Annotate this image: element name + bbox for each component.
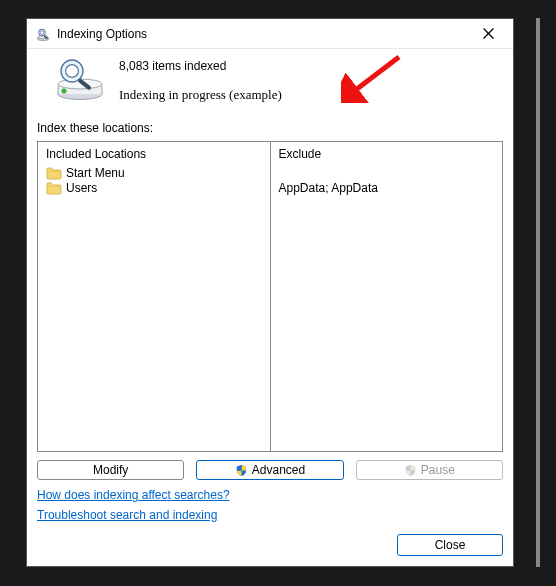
window-edge-decoration — [536, 18, 540, 567]
index-locations-label: Index these locations: — [37, 121, 503, 135]
svg-point-11 — [66, 65, 79, 78]
drive-magnifier-icon — [37, 55, 119, 103]
indexing-icon — [35, 26, 51, 42]
included-locations-header: Included Locations — [46, 147, 262, 161]
close-button[interactable]: Close — [397, 534, 503, 556]
location-name: Start Menu — [66, 166, 125, 180]
close-button-label: Close — [435, 538, 466, 552]
list-item[interactable]: Start Menu — [46, 166, 262, 181]
status-text: 8,083 items indexed Indexing in progress… — [119, 55, 503, 103]
pause-button-label: Pause — [421, 463, 455, 477]
window-title: Indexing Options — [57, 27, 471, 41]
close-icon — [483, 28, 494, 39]
indexing-options-dialog: Indexing Options 8,083 — [26, 18, 514, 567]
list-item[interactable]: Users — [46, 181, 262, 196]
help-links: How does indexing affect searches? Troub… — [37, 488, 503, 528]
action-buttons: Modify Advanced Pause — [37, 460, 503, 480]
list-item[interactable]: AppData; AppData — [279, 181, 495, 196]
folder-icon — [46, 181, 62, 195]
indexing-progress-label: Indexing in progress (example) — [119, 87, 503, 103]
included-locations-column: Included Locations Start Menu Users — [38, 142, 270, 451]
location-name: Users — [66, 181, 97, 195]
status-area: 8,083 items indexed Indexing in progress… — [37, 55, 503, 103]
uac-shield-icon — [404, 464, 417, 477]
help-link-affect-searches[interactable]: How does indexing affect searches? — [37, 488, 230, 502]
exclude-header: Exclude — [279, 147, 495, 161]
dialog-footer: Close — [37, 534, 503, 556]
modify-button-label: Modify — [93, 463, 128, 477]
folder-icon — [46, 166, 62, 180]
pause-button: Pause — [356, 460, 503, 480]
window-close-button[interactable] — [471, 20, 505, 48]
uac-shield-icon — [235, 464, 248, 477]
locations-listview[interactable]: Included Locations Start Menu Users Excl… — [37, 141, 503, 452]
dialog-content: 8,083 items indexed Indexing in progress… — [27, 49, 513, 566]
help-link-troubleshoot[interactable]: Troubleshoot search and indexing — [37, 508, 217, 522]
advanced-button-label: Advanced — [252, 463, 305, 477]
exclude-column: Exclude AppData; AppData — [270, 142, 503, 451]
items-indexed-count: 8,083 items indexed — [119, 59, 503, 73]
modify-button[interactable]: Modify — [37, 460, 184, 480]
titlebar: Indexing Options — [27, 19, 513, 49]
list-item[interactable] — [279, 166, 495, 181]
advanced-button[interactable]: Advanced — [196, 460, 343, 480]
svg-point-3 — [40, 30, 44, 34]
svg-point-9 — [62, 89, 66, 93]
